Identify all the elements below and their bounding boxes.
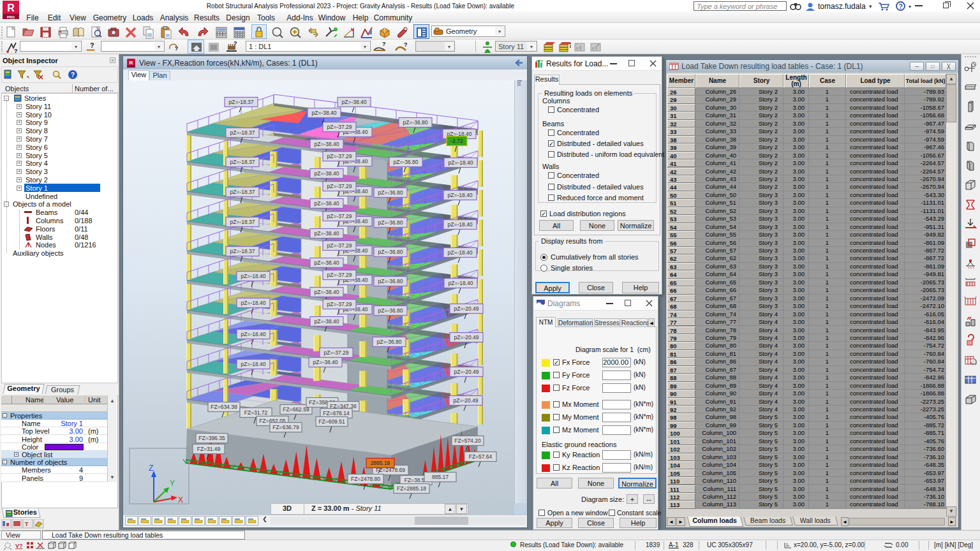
svg-text:?: ? [568,42,571,49]
svg-text:T: T [25,521,29,527]
svg-text:FZ=31.49: FZ=31.49 [197,446,221,452]
svg-text:pZ=-18.40: pZ=-18.40 [241,300,266,306]
svg-text:pZ=-36.80: pZ=-36.80 [378,307,403,314]
svg-text:pZ=-20.49: pZ=-20.49 [454,305,479,312]
svg-text:pZ=-38.40: pZ=-38.40 [312,110,337,116]
svg-text:pZ=-37.29: pZ=-37.29 [327,272,352,278]
svg-text:X: X [178,496,183,504]
svg-text:pZ=-18.40: pZ=-18.40 [241,273,266,279]
svg-text:pZ=-37.29: pZ=-37.29 [324,349,349,356]
svg-text:pZ=-38.40: pZ=-38.40 [315,289,339,295]
svg-text:pZ=-38.40: pZ=-38.40 [315,260,339,266]
svg-text:FZ=57.64: FZ=57.64 [469,453,493,460]
svg-text:pZ=-36.80: pZ=-36.80 [378,249,403,255]
svg-text:pZ=-36.80: pZ=-36.80 [394,159,419,165]
svg-text:pZ=-37.29: pZ=-37.29 [327,213,352,219]
svg-text:FZ=2885.18: FZ=2885.18 [397,485,426,492]
svg-text:Y: Y [170,479,175,488]
svg-text:?: ? [90,42,94,49]
svg-text:pZ=-38.40: pZ=-38.40 [315,170,339,177]
svg-text:R: R [130,60,133,66]
svg-text:pZ=-18.40: pZ=-18.40 [241,331,266,337]
svg-text:pZ=-20.49: pZ=-20.49 [454,334,479,341]
svg-text:pZ=-18.37: pZ=-18.37 [229,99,254,105]
svg-text:FZ=31.72: FZ=31.72 [244,409,268,416]
svg-text:pZ=-18.37: pZ=-18.37 [230,189,255,195]
svg-text:FZ=396.35: FZ=396.35 [198,435,225,441]
svg-text:R: R [7,3,15,13]
svg-text:pZ=-18.37: pZ=-18.37 [230,159,255,165]
svg-text:pZ=-18.40: pZ=-18.40 [448,249,473,256]
svg-text:FZ=662.59: FZ=662.59 [283,406,309,413]
svg-text:pZ=-36.80: pZ=-36.80 [378,219,403,226]
svg-text:pZ=-36.80: pZ=-36.80 [377,339,402,345]
svg-text:pZ=-37.29: pZ=-37.29 [327,242,352,249]
svg-text:FZ=678.14: FZ=678.14 [323,410,350,416]
svg-text:pZ=-18.37: pZ=-18.37 [230,219,255,225]
svg-text:FZ=2478.80: FZ=2478.80 [351,476,380,482]
svg-text:pZ=-18.40: pZ=-18.40 [449,280,473,286]
svg-text:?: ? [71,71,75,78]
svg-text:FZ=636.79: FZ=636.79 [272,424,299,430]
svg-text:pZ=-38.40: pZ=-38.40 [315,200,339,207]
svg-text:pZ=-37.29: pZ=-37.29 [327,301,352,307]
svg-text:885.17: 885.17 [432,474,449,480]
svg-text:pZ=-38.40: pZ=-38.40 [315,318,339,325]
svg-text:FZ=609.51: FZ=609.51 [318,418,345,425]
svg-text:PRO: PRO [7,15,15,19]
svg-text:?: ? [14,48,18,54]
svg-text:V?: V? [15,543,23,549]
svg-text:pZ=-20.49: pZ=-20.49 [454,397,479,404]
svg-text:pZ=-38.40: pZ=-38.40 [313,359,338,365]
svg-text:Z: Z [149,464,153,473]
svg-text:pZ=-18.37: pZ=-18.37 [230,248,255,254]
svg-text:pZ=-20.49: pZ=-20.49 [454,369,479,375]
svg-text:pZ=-38.40: pZ=-38.40 [315,141,339,147]
svg-text:pZ=-18.40: pZ=-18.40 [448,192,473,198]
svg-text:pZ=-37.29: pZ=-37.29 [327,183,352,189]
svg-text:pZ=-37.29: pZ=-37.29 [327,124,352,130]
svg-text:FZ=634.38: FZ=634.38 [211,404,237,410]
svg-text:?: ? [175,45,179,52]
svg-text:pZ=-36.80: pZ=-36.80 [378,278,403,284]
svg-text:2885.18: 2885.18 [371,460,390,466]
svg-text:pZ=-38.40: pZ=-38.40 [315,230,339,237]
svg-text:-2.72: -2.72 [450,138,463,144]
svg-text:pZ=-36.80: pZ=-36.80 [378,189,403,196]
svg-text:FZ=574.20: FZ=574.20 [454,437,481,444]
svg-text:?: ? [404,41,408,48]
svg-text:?: ? [382,41,386,47]
svg-text:pZ=-37.29: pZ=-37.29 [327,153,352,159]
svg-text:pZ=-18.37: pZ=-18.37 [230,129,255,136]
svg-text:pZ=-18.40: pZ=-18.40 [448,221,473,228]
svg-text:pZ=-36.80: pZ=-36.80 [403,119,428,126]
svg-text:pZ=-18.40: pZ=-18.40 [241,361,266,367]
svg-text:pZ=-38.40: pZ=-38.40 [342,99,367,105]
svg-text:?: ? [234,40,237,47]
svg-text:pZ=-18.40: pZ=-18.40 [449,159,473,166]
